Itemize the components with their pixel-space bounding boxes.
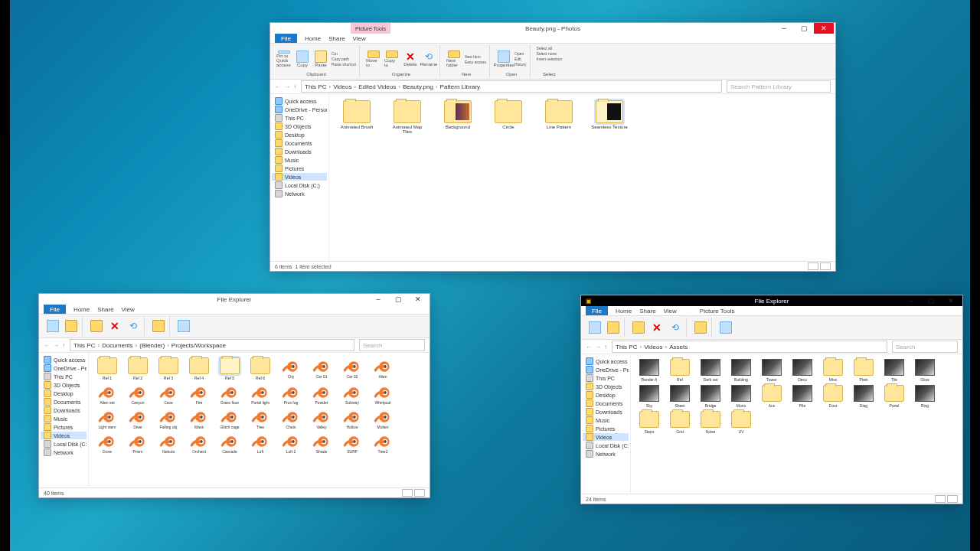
sidebar-item[interactable]: Local Disk (C:) [272,181,327,189]
nav-back-button[interactable]: ← [275,83,281,90]
delete-button[interactable]: ✕ [649,319,665,336]
file-item[interactable]: Misc [821,359,845,382]
file-item[interactable]: Whirlpool [371,383,395,405]
file-item[interactable]: Prism [126,432,150,454]
file-item[interactable]: Hollow [340,408,364,429]
breadcrumb-segment[interactable]: Edited Videos [358,83,396,90]
file-item[interactable]: Car 02 [340,357,364,380]
file-item[interactable]: Panel [882,385,906,408]
nav-forward-button[interactable]: → [284,83,290,90]
sidebar-item[interactable]: Music [272,156,327,164]
file-item[interactable]: City [279,357,303,380]
file-item[interactable]: Portal light [248,383,273,405]
file-item[interactable]: Falling obj [156,408,181,429]
file-item[interactable]: Deco [790,359,815,382]
file-item[interactable]: Dune [95,432,119,454]
ribbon-tab-view[interactable]: View [664,306,677,315]
ribbon-tab-view[interactable]: View [122,305,135,314]
file-item[interactable]: Chain [279,408,303,429]
search-input[interactable]: Search [892,341,958,353]
delete-button[interactable]: ✕ [107,318,122,334]
breadcrumb-segment[interactable]: This PC [305,83,326,90]
breadcrumb-segment[interactable]: Videos [644,344,662,350]
open-button[interactable]: Open [514,51,527,56]
ribbon-tab-file[interactable]: File [586,306,608,315]
nav-back-button[interactable]: ← [44,342,50,349]
sidebar-item[interactable]: Documents [41,398,87,406]
sidebar-item[interactable]: 3D Objects [583,383,629,390]
file-item[interactable]: Valley [309,408,334,429]
sidebar-item[interactable]: Videos [583,433,629,441]
move-to-button[interactable] [631,319,646,336]
new-item-button[interactable]: New item [465,54,486,59]
sidebar-item[interactable]: OneDrive - Personal [272,106,327,113]
close-button[interactable]: ✕ [814,23,834,34]
nav-up-button[interactable]: ↑ [604,344,607,350]
sidebar-item[interactable]: Documents [583,399,629,407]
sidebar-item[interactable]: Network [583,450,629,458]
file-item[interactable]: Seamless Texture [591,100,628,134]
file-item[interactable]: Ref 2 [126,357,150,380]
invert-selection-button[interactable]: Invert selection [537,57,563,61]
file-item[interactable]: Cascade [217,432,242,454]
nav-up-button[interactable]: ↑ [62,342,65,349]
file-item[interactable]: Bridge [698,385,723,408]
new-folder-button[interactable] [693,319,708,336]
ribbon-tab-share[interactable]: Share [639,306,655,315]
close-button[interactable]: ✕ [941,295,961,306]
maximize-button[interactable]: ▢ [921,295,941,306]
sidebar-item[interactable]: 3D Objects [272,122,327,130]
sidebar-item[interactable]: Pictures [272,165,327,172]
search-input[interactable]: Search [359,339,425,351]
titlebar[interactable]: Picture Tools Beauty.png - Photos – ▢ ✕ [270,23,835,34]
file-list[interactable]: Ref 1Ref 2Ref 3Ref 4Ref 5Ref 6CityCar 01… [89,353,430,487]
file-item[interactable]: Animated Map Tiles [389,100,426,134]
nav-back-button[interactable]: ← [586,344,592,350]
sidebar-item[interactable]: Desktop [583,391,629,399]
file-item[interactable]: Tree [248,408,273,429]
ribbon-contextual-tab[interactable]: Picture Tools [700,306,735,315]
select-all-button[interactable]: Select all [537,46,552,51]
sidebar-item[interactable]: OneDrive - Personal [583,366,629,373]
details-view-button[interactable] [808,262,818,270]
breadcrumb-segment[interactable]: Videos [333,83,351,90]
file-item[interactable]: Ring [913,385,937,408]
file-item[interactable]: Grid [668,411,692,434]
easy-access-button[interactable]: Easy access [465,60,486,64]
icons-view-button[interactable] [947,495,958,503]
ribbon-tab-home[interactable]: Home [74,305,90,314]
file-item[interactable]: Cave [156,383,181,405]
file-item[interactable]: SURF [340,432,364,454]
sidebar-item[interactable]: Desktop [41,390,87,397]
file-item[interactable]: Ref 4 [187,357,211,380]
file-item[interactable]: Plain [851,359,876,382]
explorer-window-top[interactable]: Picture Tools Beauty.png - Photos – ▢ ✕ … [270,22,836,272]
rename-button[interactable]: ⟲ [126,318,141,334]
sidebar-item[interactable]: Downloads [41,406,87,414]
properties-button[interactable] [718,319,733,336]
breadcrumb-segment[interactable]: Assets [669,344,688,350]
history-button[interactable]: History [514,62,527,67]
ribbon-tab-view[interactable]: View [353,34,366,43]
minimize-button[interactable]: – [901,295,921,306]
close-button[interactable]: ✕ [408,294,428,305]
file-item[interactable]: Diver [126,408,150,429]
copy-button[interactable]: Copy [295,51,310,67]
breadcrumb-segment[interactable]: Projects/Workspace [172,342,226,349]
file-item[interactable]: Line Pattern [541,100,577,134]
file-item[interactable]: UV [729,411,753,434]
file-item[interactable]: Steps [637,411,662,434]
sidebar-item[interactable]: Documents [272,139,327,147]
move-to-button[interactable] [89,318,104,334]
file-item[interactable]: Circle [490,100,527,134]
new-folder-button[interactable]: New folder [446,51,462,67]
file-item[interactable]: Car 01 [309,357,334,380]
nav-forward-button[interactable]: → [595,344,601,350]
sidebar-item[interactable]: Downloads [272,148,327,155]
file-item[interactable]: Sky [637,385,662,408]
sidebar-item[interactable]: Network [41,448,87,456]
file-item[interactable]: Subway [340,383,364,405]
details-view-button[interactable] [402,489,413,497]
sidebar-item[interactable]: 3D Objects [41,381,87,389]
file-item[interactable]: Glow [913,359,937,382]
